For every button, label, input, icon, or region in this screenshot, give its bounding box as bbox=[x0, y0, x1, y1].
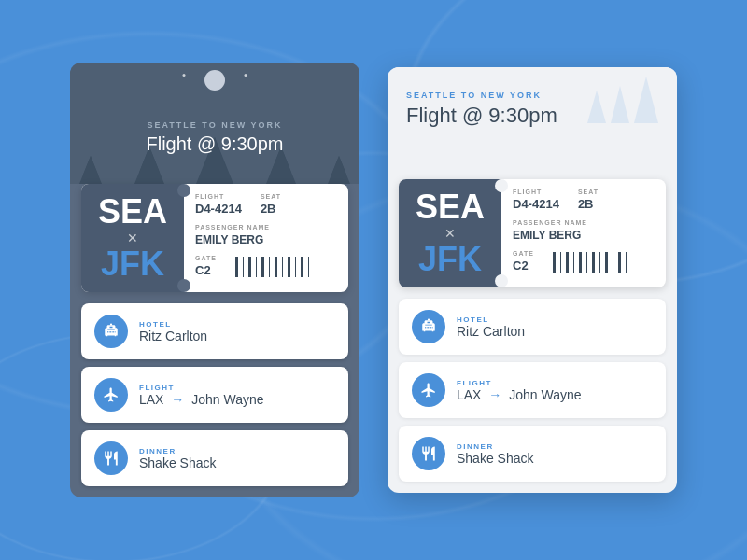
bp-row1-dark: FLIGHT D4-4214 SEAT 2B bbox=[195, 193, 337, 217]
bp-gate-dark: GATE C2 bbox=[195, 255, 217, 278]
gate-value-dark: C2 bbox=[195, 263, 211, 277]
bp-seat-light: SEAT 2B bbox=[578, 189, 599, 212]
dark-dinner-category: DINNER bbox=[139, 447, 217, 455]
passenger-name-light: EMILY BERG bbox=[513, 229, 581, 242]
bp-airports-dark: SEA ✕ JFK bbox=[98, 195, 167, 281]
dark-hotel-item[interactable]: HOTEL Ritz Carlton bbox=[81, 303, 348, 359]
light-items: HOTEL Ritz Carlton FLIGHT LAX → John Way… bbox=[388, 299, 677, 493]
bp-airports-light: SEA ✕ JFK bbox=[416, 190, 485, 276]
light-dinner-category: DINNER bbox=[457, 442, 534, 451]
dark-card-header: SEATTLE TO NEW YORK Flight @ 9:30pm bbox=[70, 63, 359, 184]
barcode-light bbox=[553, 252, 627, 273]
tree-small-left bbox=[79, 156, 102, 184]
moon-icon bbox=[204, 70, 225, 91]
notch-bottom-light bbox=[495, 274, 508, 287]
lt-tree-lg bbox=[611, 86, 629, 123]
flight-number-light: D4-4214 bbox=[513, 197, 559, 211]
tree-small-right bbox=[328, 156, 350, 184]
bp-passenger-dark: PASSENGER NAME EMILY BERG bbox=[195, 224, 270, 247]
bp-flight-dark: FLIGHT D4-4214 bbox=[195, 193, 242, 217]
bp-left-dark: SEA ✕ JFK bbox=[81, 184, 184, 292]
bp-dest-dark: JFK bbox=[101, 247, 164, 281]
bp-dest-light: JFK bbox=[418, 243, 482, 276]
dinner-icon-dark bbox=[94, 441, 128, 475]
light-dinner-item[interactable]: DINNER Shake Shack bbox=[399, 426, 666, 482]
dark-dinner-text: DINNER Shake Shack bbox=[139, 447, 217, 470]
flight-icon-dark bbox=[94, 378, 128, 412]
bp-seat-dark: SEAT 2B bbox=[261, 193, 281, 217]
light-card-header: SEATTLE TO NEW YORK Flight @ 9:30pm bbox=[388, 67, 677, 179]
bp-divider-dark bbox=[176, 184, 191, 292]
dinner-icon-light bbox=[412, 437, 445, 470]
dark-hotel-category: HOTEL bbox=[139, 320, 207, 329]
passenger-label-light: PASSENGER NAME bbox=[513, 219, 587, 226]
light-hotel-category: HOTEL bbox=[457, 315, 525, 324]
svg-point-0 bbox=[110, 323, 112, 325]
notch-top-light bbox=[495, 179, 508, 192]
barcode-dark bbox=[235, 257, 309, 277]
light-hotel-name: Ritz Carlton bbox=[457, 324, 525, 339]
dark-route-label: SEATTLE TO NEW YORK bbox=[147, 120, 282, 130]
bp-right-light: FLIGHT D4-4214 SEAT 2B PASSENGER NAME EM… bbox=[501, 179, 666, 287]
gate-value-light: C2 bbox=[513, 259, 529, 273]
flight-icon-light bbox=[412, 373, 445, 407]
light-flight-time: Flight @ 9:30pm bbox=[406, 104, 557, 128]
bp-origin-dark: SEA bbox=[98, 195, 167, 229]
bp-row3-light: GATE C2 bbox=[513, 250, 655, 273]
dark-flight-time: Flight @ 9:30pm bbox=[146, 133, 283, 155]
dark-items: HOTEL Ritz Carlton FLIGHT LAX → John Way… bbox=[70, 303, 359, 497]
notch-top-dark bbox=[177, 184, 190, 197]
passenger-label-dark: PASSENGER NAME bbox=[195, 224, 270, 231]
bp-row2-dark: PASSENGER NAME EMILY BERG bbox=[195, 224, 337, 247]
bp-right-dark: FLIGHT D4-4214 SEAT 2B PASSENGER NAME EM… bbox=[184, 184, 348, 292]
seat-value-dark: 2B bbox=[261, 202, 276, 216]
light-flight-text: FLIGHT LAX → John Wayne bbox=[457, 379, 582, 402]
flight-label-dark: FLIGHT bbox=[195, 193, 242, 200]
dark-flight-text: FLIGHT LAX → John Wayne bbox=[139, 384, 264, 407]
seat-label-dark: SEAT bbox=[261, 193, 281, 200]
dark-card: SEATTLE TO NEW YORK Flight @ 9:30pm SEA … bbox=[70, 63, 359, 497]
flight-label-light: FLIGHT bbox=[513, 189, 559, 195]
flight-number-dark: D4-4214 bbox=[195, 202, 242, 216]
gate-label-dark: GATE bbox=[195, 255, 217, 261]
light-trees-watermark bbox=[587, 77, 658, 123]
light-hotel-item[interactable]: HOTEL Ritz Carlton bbox=[399, 299, 666, 355]
bp-row3-dark: GATE C2 bbox=[195, 255, 337, 278]
light-flight-route: LAX → John Wayne bbox=[457, 387, 582, 402]
bp-row1-light: FLIGHT D4-4214 SEAT 2B bbox=[513, 189, 655, 212]
notch-bottom-dark bbox=[177, 279, 190, 292]
dark-flight-category: FLIGHT bbox=[139, 384, 264, 392]
hotel-icon-dark bbox=[94, 315, 128, 348]
bp-flight-light: FLIGHT D4-4214 bbox=[513, 189, 559, 212]
light-dinner-text: DINNER Shake Shack bbox=[457, 442, 534, 466]
seat-label-light: SEAT bbox=[578, 189, 599, 195]
light-flight-category: FLIGHT bbox=[457, 379, 582, 387]
bp-gate-light: GATE C2 bbox=[513, 250, 534, 273]
bp-left-light: SEA ✕ JFK bbox=[399, 179, 501, 287]
light-flight-item[interactable]: FLIGHT LAX → John Wayne bbox=[399, 362, 666, 418]
dark-dinner-name: Shake Shack bbox=[139, 455, 217, 470]
seat-value-light: 2B bbox=[578, 197, 594, 211]
light-hotel-text: HOTEL Ritz Carlton bbox=[457, 315, 525, 339]
dark-flight-item[interactable]: FLIGHT LAX → John Wayne bbox=[81, 367, 348, 423]
passenger-name-dark: EMILY BERG bbox=[195, 233, 263, 246]
light-route-label: SEATTLE TO NEW YORK bbox=[406, 91, 542, 100]
bp-row2-light: PASSENGER NAME EMILY BERG bbox=[513, 219, 655, 243]
svg-point-1 bbox=[428, 318, 430, 320]
bp-passenger-light: PASSENGER NAME EMILY BERG bbox=[513, 219, 587, 243]
bp-arrow-dark: ✕ bbox=[127, 231, 138, 245]
bp-divider-light bbox=[494, 179, 509, 287]
dark-dinner-item[interactable]: DINNER Shake Shack bbox=[81, 430, 348, 486]
dark-boarding-pass: SEA ✕ JFK FLIGHT D4-4214 SEAT 2B bbox=[81, 184, 348, 292]
dark-hotel-name: Ritz Carlton bbox=[139, 329, 207, 343]
lt-tree-md bbox=[634, 77, 658, 123]
dark-hotel-text: HOTEL Ritz Carlton bbox=[139, 320, 207, 343]
light-card: SEATTLE TO NEW YORK Flight @ 9:30pm SEA … bbox=[388, 67, 677, 493]
bp-arrow-light: ✕ bbox=[444, 226, 456, 241]
hotel-icon-light bbox=[412, 310, 445, 343]
dark-flight-route: LAX → John Wayne bbox=[139, 392, 264, 407]
bp-origin-light: SEA bbox=[416, 190, 485, 224]
lt-tree-sm bbox=[587, 91, 606, 123]
gate-label-light: GATE bbox=[513, 250, 534, 257]
light-dinner-name: Shake Shack bbox=[457, 451, 534, 466]
